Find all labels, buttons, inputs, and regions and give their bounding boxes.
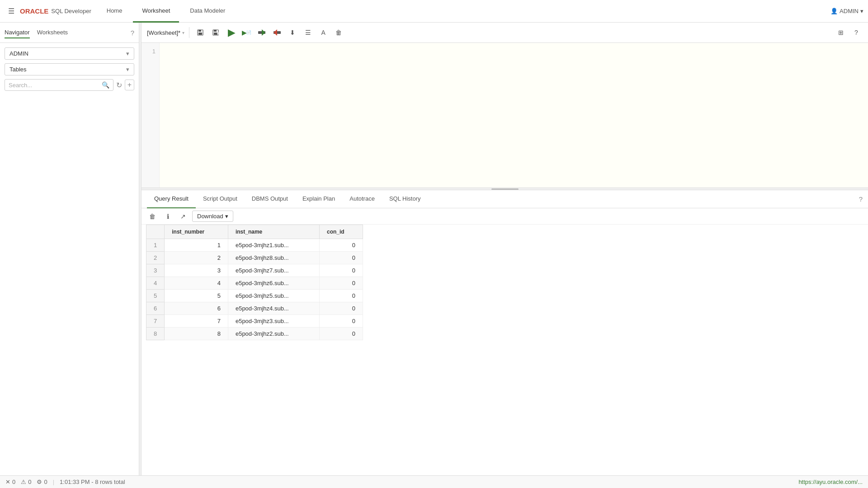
status-bar: ✕ 0 ⚠ 0 ⚙ 0 | 1:01:33 PM - 8 rows total … bbox=[0, 475, 868, 488]
cell-inst-number: 7 bbox=[165, 315, 228, 328]
toolbar-separator-1 bbox=[189, 27, 189, 38]
download-button[interactable]: Download ▾ bbox=[192, 211, 233, 222]
download-button[interactable]: ⬇ bbox=[286, 26, 299, 39]
object-type-dropdown[interactable]: Tables ▾ bbox=[5, 63, 134, 75]
commit-button[interactable] bbox=[255, 26, 268, 39]
left-panel-tab-bar: Navigator Worksheets ? bbox=[0, 23, 139, 43]
tab-script-output[interactable]: Script Output bbox=[196, 190, 245, 208]
search-icon[interactable]: 🔍 bbox=[102, 81, 109, 89]
cell-rownum: 2 bbox=[146, 252, 165, 264]
nav-tab-worksheet[interactable]: Worksheet bbox=[133, 0, 179, 23]
oracle-brand-text: ORACLE bbox=[20, 7, 48, 15]
worksheet-tab-label[interactable]: [Worksheet]* ▾ bbox=[147, 29, 184, 36]
download-label: Download bbox=[197, 213, 223, 220]
tab-sql-history[interactable]: SQL History bbox=[382, 190, 428, 208]
top-navigation: ☰ ORACLE SQL Developer Home Worksheet Da… bbox=[0, 0, 868, 23]
worksheet-tab-name: [Worksheet]* bbox=[147, 29, 180, 36]
cell-con-id: 0 bbox=[319, 264, 363, 277]
save-button[interactable] bbox=[194, 26, 207, 39]
cell-rownum: 4 bbox=[146, 277, 165, 290]
hamburger-menu-icon[interactable]: ☰ bbox=[5, 5, 18, 17]
results-info-button[interactable]: ℹ bbox=[161, 210, 174, 223]
svg-marker-10 bbox=[274, 29, 277, 36]
run-statement-button[interactable]: ▶ bbox=[225, 26, 237, 39]
svg-rect-2 bbox=[198, 33, 202, 35]
cell-con-id: 0 bbox=[319, 328, 363, 340]
oracle-logo: ORACLE SQL Developer bbox=[20, 7, 91, 15]
cell-inst-number: 1 bbox=[165, 239, 228, 252]
line-number-1: 1 bbox=[142, 47, 159, 56]
table-row: 77e5pod-3mjhz3.sub...0 bbox=[146, 315, 363, 328]
resize-handle-bar bbox=[491, 188, 519, 190]
left-panel-help-icon[interactable]: ? bbox=[131, 29, 134, 37]
toolbar-right-section: ⊞ ? bbox=[835, 26, 863, 39]
svg-rect-1 bbox=[198, 30, 201, 32]
grid-view-button[interactable]: ⊞ bbox=[835, 26, 847, 39]
tab-query-result[interactable]: Query Result bbox=[147, 190, 196, 208]
nav-tab-home[interactable]: Home bbox=[98, 0, 132, 23]
results-tab-bar: Query Result Script Output DBMS Output E… bbox=[142, 190, 868, 208]
search-input[interactable] bbox=[9, 82, 99, 89]
history-button[interactable]: ☰ bbox=[302, 26, 314, 39]
tab-navigator[interactable]: Navigator bbox=[5, 27, 30, 38]
clear-button[interactable]: 🗑 bbox=[332, 26, 345, 39]
data-table-container: inst_number inst_name con_id 11e5pod-3mj… bbox=[142, 225, 868, 475]
table-row: 44e5pod-3mjhz6.sub...0 bbox=[146, 277, 363, 290]
tab-explain-plan[interactable]: Explain Plan bbox=[295, 190, 342, 208]
tab-autotrace[interactable]: Autotrace bbox=[342, 190, 382, 208]
tab-worksheets[interactable]: Worksheets bbox=[37, 27, 68, 38]
line-numbers: 1 bbox=[142, 43, 160, 188]
error-count: 0 bbox=[12, 479, 15, 485]
warning-count: 0 bbox=[28, 479, 31, 485]
warning-status: ⚠ 0 bbox=[21, 479, 31, 485]
cell-inst-number: 3 bbox=[165, 264, 228, 277]
cell-inst-number: 2 bbox=[165, 252, 228, 264]
cell-inst-name: e5pod-3mjhz2.sub... bbox=[228, 328, 319, 340]
font-button[interactable]: A bbox=[317, 26, 330, 39]
cell-inst-name: e5pod-3mjhz7.sub... bbox=[228, 264, 319, 277]
cell-con-id: 0 bbox=[319, 302, 363, 315]
cell-inst-name: e5pod-3mjhz8.sub... bbox=[228, 252, 319, 264]
worksheet-area: [Worksheet]* ▾ + ▶ ▶📄 ⬇ ☰ A 🗑 bbox=[142, 23, 868, 475]
cell-con-id: 0 bbox=[319, 277, 363, 290]
add-icon[interactable]: + bbox=[125, 80, 134, 90]
table-row: 66e5pod-3mjhz4.sub...0 bbox=[146, 302, 363, 315]
cell-rownum: 8 bbox=[146, 328, 165, 340]
cell-rownum: 1 bbox=[146, 239, 165, 252]
results-external-button[interactable]: ↗ bbox=[177, 210, 189, 223]
help-button[interactable]: ? bbox=[850, 26, 863, 39]
col-header-con-id: con_id bbox=[319, 225, 363, 239]
nav-tab-data-modeler[interactable]: Data Modeler bbox=[181, 0, 234, 23]
results-toolbar: 🗑 ℹ ↗ Download ▾ bbox=[142, 208, 868, 225]
cell-con-id: 0 bbox=[319, 315, 363, 328]
cell-con-id: 0 bbox=[319, 290, 363, 302]
download-arrow-icon: ▾ bbox=[225, 213, 228, 220]
cell-con-id: 0 bbox=[319, 239, 363, 252]
cell-rownum: 3 bbox=[146, 264, 165, 277]
admin-label: ADMIN bbox=[840, 8, 859, 14]
schema-dropdown-arrow: ▾ bbox=[126, 50, 129, 57]
run-script-button[interactable]: ▶📄 bbox=[240, 26, 253, 39]
status-url: https://ayu.oracle.com/... bbox=[798, 479, 863, 485]
schema-dropdown[interactable]: ADMIN ▾ bbox=[5, 47, 134, 60]
rollback-button[interactable] bbox=[271, 26, 283, 39]
cell-rownum: 6 bbox=[146, 302, 165, 315]
tab-dbms-output[interactable]: DBMS Output bbox=[245, 190, 295, 208]
warning-icon: ⚠ bbox=[21, 479, 26, 485]
col-header-inst-number: inst_number bbox=[165, 225, 228, 239]
cell-inst-name: e5pod-3mjhz1.sub... bbox=[228, 239, 319, 252]
user-icon: 👤 bbox=[830, 8, 838, 14]
admin-user-button[interactable]: 👤 ADMIN ▾ bbox=[830, 8, 863, 14]
results-delete-button[interactable]: 🗑 bbox=[146, 210, 159, 223]
left-panel-content: ADMIN ▾ Tables ▾ 🔍 ↻ + bbox=[0, 43, 139, 95]
cell-inst-number: 8 bbox=[165, 328, 228, 340]
editor-area: 1 bbox=[142, 43, 868, 188]
cell-inst-name: e5pod-3mjhz3.sub... bbox=[228, 315, 319, 328]
sql-editor[interactable] bbox=[160, 43, 868, 188]
error-status: ✕ 0 bbox=[5, 479, 15, 485]
save-as-button[interactable]: + bbox=[209, 26, 222, 39]
refresh-icon[interactable]: ↻ bbox=[116, 81, 122, 89]
cell-con-id: 0 bbox=[319, 252, 363, 264]
cell-rownum: 5 bbox=[146, 290, 165, 302]
results-help-icon[interactable]: ? bbox=[859, 195, 863, 203]
